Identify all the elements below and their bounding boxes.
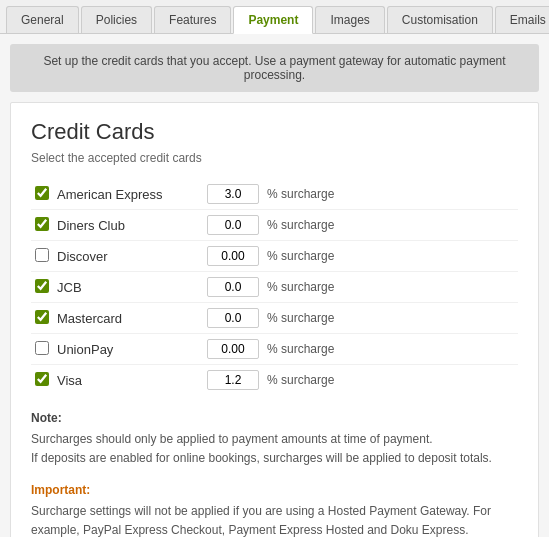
table-row: JCB% surcharge — [31, 272, 518, 303]
table-row: Diners Club% surcharge — [31, 210, 518, 241]
tab-emails[interactable]: Emails — [495, 6, 549, 33]
table-row: Visa% surcharge — [31, 365, 518, 396]
tab-customisation[interactable]: Customisation — [387, 6, 493, 33]
tabs-bar: GeneralPoliciesFeaturesPaymentImagesCust… — [0, 0, 549, 34]
surcharge-input-unionpay[interactable] — [207, 339, 259, 359]
card-name-amex: American Express — [53, 179, 203, 210]
surcharge-label-diners: % surcharge — [263, 210, 518, 241]
surcharge-input-amex[interactable] — [207, 184, 259, 204]
surcharge-label-jcb: % surcharge — [263, 272, 518, 303]
section-subtitle: Select the accepted credit cards — [31, 151, 518, 165]
tab-payment[interactable]: Payment — [233, 6, 313, 34]
note-section: Note: Surcharges should only be applied … — [31, 409, 518, 469]
table-row: UnionPay% surcharge — [31, 334, 518, 365]
content-area: Credit Cards Select the accepted credit … — [10, 102, 539, 537]
card-name-discover: Discover — [53, 241, 203, 272]
surcharge-input-discover[interactable] — [207, 246, 259, 266]
table-row: Discover% surcharge — [31, 241, 518, 272]
surcharge-label-unionpay: % surcharge — [263, 334, 518, 365]
checkbox-mastercard[interactable] — [35, 310, 49, 324]
surcharge-label-mastercard: % surcharge — [263, 303, 518, 334]
checkbox-diners[interactable] — [35, 217, 49, 231]
checkbox-jcb[interactable] — [35, 279, 49, 293]
tab-features[interactable]: Features — [154, 6, 231, 33]
card-name-unionpay: UnionPay — [53, 334, 203, 365]
tab-images[interactable]: Images — [315, 6, 384, 33]
surcharge-label-visa: % surcharge — [263, 365, 518, 396]
surcharge-input-visa[interactable] — [207, 370, 259, 390]
important-section: Important: Surcharge settings will not b… — [31, 481, 518, 537]
checkbox-visa[interactable] — [35, 372, 49, 386]
checkbox-unionpay[interactable] — [35, 341, 49, 355]
surcharge-input-mastercard[interactable] — [207, 308, 259, 328]
card-name-jcb: JCB — [53, 272, 203, 303]
section-title: Credit Cards — [31, 119, 518, 145]
tab-policies[interactable]: Policies — [81, 6, 152, 33]
checkbox-discover[interactable] — [35, 248, 49, 262]
surcharge-label-amex: % surcharge — [263, 179, 518, 210]
note-line: If deposits are enabled for online booki… — [31, 449, 518, 468]
important-text: Surcharge settings will not be applied i… — [31, 502, 518, 537]
table-row: American Express% surcharge — [31, 179, 518, 210]
credit-cards-table: American Express% surchargeDiners Club% … — [31, 179, 518, 395]
note-line: Surcharges should only be applied to pay… — [31, 430, 518, 449]
checkbox-amex[interactable] — [35, 186, 49, 200]
card-name-visa: Visa — [53, 365, 203, 396]
note-label: Note: — [31, 409, 518, 428]
banner-text: Set up the credit cards that you accept.… — [43, 54, 505, 82]
important-label: Important: — [31, 481, 518, 500]
card-name-mastercard: Mastercard — [53, 303, 203, 334]
card-name-diners: Diners Club — [53, 210, 203, 241]
table-row: Mastercard% surcharge — [31, 303, 518, 334]
surcharge-input-diners[interactable] — [207, 215, 259, 235]
surcharge-label-discover: % surcharge — [263, 241, 518, 272]
surcharge-input-jcb[interactable] — [207, 277, 259, 297]
info-banner: Set up the credit cards that you accept.… — [10, 44, 539, 92]
tab-general[interactable]: General — [6, 6, 79, 33]
